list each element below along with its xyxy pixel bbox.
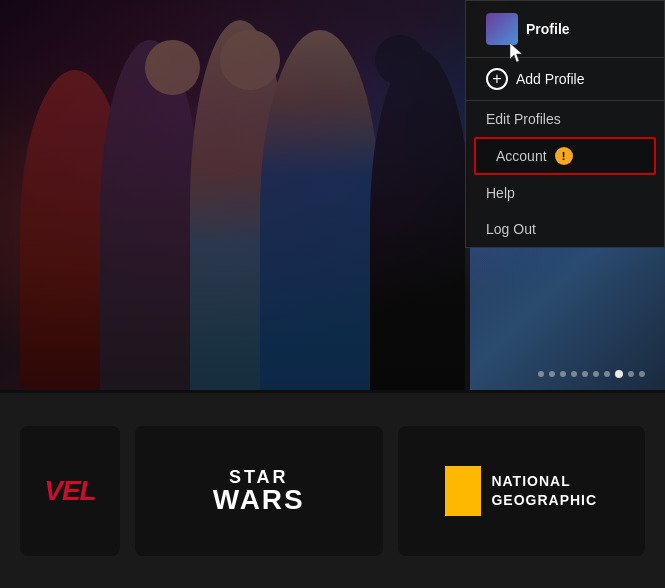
hero-dot-7[interactable] xyxy=(604,371,610,377)
hero-dot-6[interactable] xyxy=(593,371,599,377)
help-label: Help xyxy=(486,185,515,201)
hero-dot-2[interactable] xyxy=(549,371,555,377)
help-item[interactable]: Help xyxy=(466,175,664,211)
marvel-logo: VEL xyxy=(44,475,95,507)
brand-logos-section: VEL STAR WARS NATIONAL GEOGRAPHIC xyxy=(0,393,665,588)
add-profile-icon: + xyxy=(486,68,508,90)
hero-dot-5[interactable] xyxy=(582,371,588,377)
hero-dot-1[interactable] xyxy=(538,371,544,377)
star-wars-logo: STAR WARS xyxy=(213,468,305,514)
profile-name-label: Profile xyxy=(526,21,570,37)
nat-geo-text: NATIONAL GEOGRAPHIC xyxy=(491,472,597,508)
profile-avatar xyxy=(486,13,518,45)
edit-profiles-item[interactable]: Edit Profiles xyxy=(466,101,664,137)
main-content: VEL STAR WARS NATIONAL GEOGRAPHIC xyxy=(0,0,665,588)
hero-dot-8[interactable] xyxy=(615,370,623,378)
logout-item[interactable]: Log Out xyxy=(466,211,664,247)
cursor-pointer xyxy=(509,42,527,64)
marvel-brand-tile[interactable]: VEL xyxy=(20,426,120,556)
add-profile-label: Add Profile xyxy=(516,71,584,87)
overlay-dim xyxy=(0,0,465,390)
hero-dot-3[interactable] xyxy=(560,371,566,377)
hero-dot-10[interactable] xyxy=(639,371,645,377)
edit-profiles-label: Edit Profiles xyxy=(486,111,561,127)
logout-label: Log Out xyxy=(486,221,536,237)
profile-dropdown: Profile + Add Profile Edit Profiles Acco… xyxy=(465,0,665,248)
profile-header: Profile xyxy=(466,1,664,58)
nat-geo-logo: NATIONAL GEOGRAPHIC xyxy=(445,466,597,516)
star-wars-brand-tile[interactable]: STAR WARS xyxy=(135,426,383,556)
account-warning-icon: ! xyxy=(555,147,573,165)
national-geographic-brand-tile[interactable]: NATIONAL GEOGRAPHIC xyxy=(398,426,646,556)
account-label: Account xyxy=(496,148,547,164)
hero-dots xyxy=(538,370,645,378)
hero-dot-4[interactable] xyxy=(571,371,577,377)
hero-dot-9[interactable] xyxy=(628,371,634,377)
account-item[interactable]: Account ! xyxy=(474,137,656,175)
nat-geo-yellow-bar xyxy=(445,466,481,516)
add-profile-item[interactable]: + Add Profile xyxy=(466,58,664,100)
